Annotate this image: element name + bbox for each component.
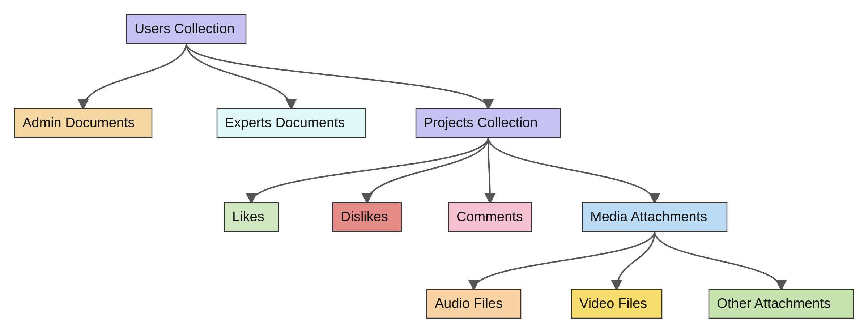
edge-projects-comments <box>488 137 490 202</box>
node-media-label: Media Attachments <box>590 209 707 224</box>
node-admin-label: Admin Documents <box>22 115 135 130</box>
node-projects-label: Projects Collection <box>424 115 538 130</box>
node-video: Video Files <box>571 289 662 318</box>
edge-media-other <box>655 231 781 289</box>
node-video-label: Video Files <box>579 296 647 311</box>
node-projects: Projects Collection <box>416 108 561 137</box>
node-admin: Admin Documents <box>14 108 152 137</box>
edge-users-projects <box>186 43 488 108</box>
edge-users-admin <box>83 43 186 108</box>
node-media: Media Attachments <box>582 202 727 231</box>
diagram-canvas: Users CollectionAdmin DocumentsExperts D… <box>0 0 868 324</box>
node-likes: Likes <box>224 202 278 231</box>
edge-projects-likes <box>251 137 488 202</box>
edge-users-experts <box>186 43 291 108</box>
edge-projects-dislikes <box>367 137 488 202</box>
node-other: Other Attachments <box>709 289 854 318</box>
node-users-label: Users Collection <box>135 21 235 36</box>
node-dislikes-label: Dislikes <box>341 209 388 224</box>
edge-media-audio <box>474 231 655 289</box>
node-audio: Audio Files <box>427 289 521 318</box>
node-experts: Experts Documents <box>217 108 365 137</box>
node-comments: Comments <box>448 202 532 231</box>
edge-projects-media <box>488 137 655 202</box>
node-other-label: Other Attachments <box>717 296 831 311</box>
node-comments-label: Comments <box>456 209 523 224</box>
node-likes-label: Likes <box>232 209 264 224</box>
node-users: Users Collection <box>127 14 246 43</box>
node-dislikes: Dislikes <box>333 202 401 231</box>
node-experts-label: Experts Documents <box>225 115 345 130</box>
node-audio-label: Audio Files <box>435 296 503 311</box>
